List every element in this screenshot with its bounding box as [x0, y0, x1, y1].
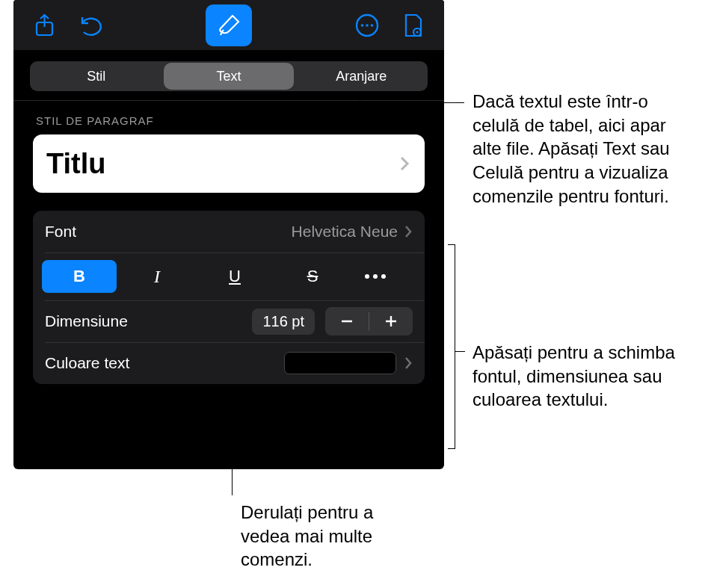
size-row: Dimensiune 116 pt: [33, 300, 425, 342]
underline-button[interactable]: U: [197, 260, 272, 293]
size-value[interactable]: 116 pt: [252, 309, 315, 335]
callout-font-group: Apăsați pentru a schimba fontul, dimensi…: [472, 341, 682, 412]
callout-leader: [232, 458, 233, 495]
document-view-button[interactable]: [390, 4, 437, 46]
format-panel: Stil Text Aranjare STIL DE PARAGRAF Titl…: [13, 0, 444, 469]
font-label: Font: [45, 223, 76, 241]
callout-leader: [455, 351, 465, 352]
format-tabs: Stil Text Aranjare: [30, 61, 428, 91]
chevron-right-icon: [399, 155, 410, 172]
chevron-right-icon: [404, 356, 413, 371]
text-color-row[interactable]: Culoare text: [33, 342, 425, 384]
callout-leader: [448, 448, 455, 449]
format-brush-button[interactable]: [206, 4, 252, 46]
share-button[interactable]: [21, 4, 67, 46]
format-tabs-wrap: Stil Text Aranjare: [13, 51, 444, 100]
undo-button[interactable]: [67, 4, 114, 46]
font-row[interactable]: Font Helvetica Neue: [33, 211, 425, 253]
size-decrease-button[interactable]: [325, 307, 369, 335]
svg-point-6: [416, 31, 418, 33]
tab-style[interactable]: Stil: [31, 63, 161, 90]
paragraph-style-section-label: STIL DE PARAGRAF: [13, 100, 444, 134]
more-text-options-button[interactable]: [353, 260, 398, 293]
tab-text[interactable]: Text: [164, 63, 293, 90]
text-settings-group: Font Helvetica Neue B I U S: [33, 211, 425, 384]
strikethrough-button[interactable]: S: [275, 260, 350, 293]
callout-tabs: Dacă textul este într‑o celulă de tabel,…: [472, 90, 697, 208]
svg-point-4: [371, 24, 374, 27]
italic-button[interactable]: I: [120, 260, 194, 293]
svg-point-3: [366, 24, 369, 27]
font-value: Helvetica Neue: [292, 223, 404, 241]
paragraph-style-picker[interactable]: Titlu: [33, 134, 425, 193]
text-style-buttons-row: B I U S: [33, 253, 425, 300]
callout-scroll: Derulați pentru a vedea mai multe comenz…: [241, 501, 398, 572]
callout-leader: [360, 92, 360, 103]
paragraph-style-value: Titlu: [46, 148, 106, 180]
more-menu-button[interactable]: [344, 4, 390, 46]
size-label: Dimensiune: [45, 312, 128, 330]
svg-point-2: [361, 24, 364, 27]
text-color-swatch: [284, 352, 396, 374]
size-increase-button[interactable]: [369, 307, 413, 335]
callout-leader: [360, 102, 464, 103]
ellipsis-icon: [365, 274, 386, 279]
tab-arrange[interactable]: Aranjare: [297, 63, 426, 90]
callout-leader: [455, 244, 455, 449]
top-toolbar: [13, 0, 444, 51]
text-color-label: Culoare text: [45, 354, 129, 372]
chevron-right-icon: [404, 224, 413, 239]
size-stepper: [325, 307, 413, 335]
bold-button[interactable]: B: [42, 260, 117, 293]
